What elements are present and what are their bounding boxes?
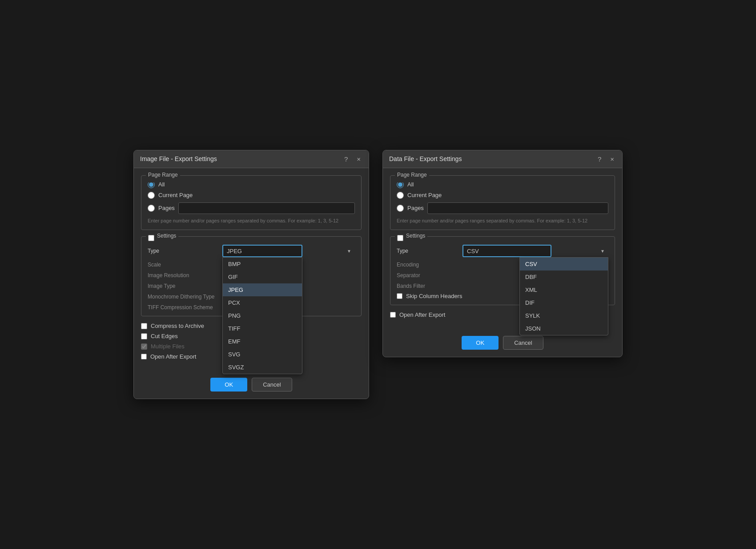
data-page-range-section: Page Range All Current Page Pages [390,175,615,230]
data-current-page-radio-item: Current Page [397,192,608,199]
image-type-option-pcx[interactable]: PCX [223,296,302,309]
image-page-range-header: Page Range [146,172,180,182]
image-settings-header: Settings [146,233,178,243]
data-settings-grid: Type CSV ▼ CSV DBF XML DIF SYLK JSON [397,245,608,289]
image-type-select[interactable]: JPEG [222,245,302,257]
image-compress-archive-checkbox[interactable] [141,323,147,329]
image-type-option-svgz[interactable]: SVGZ [223,361,302,374]
image-settings-section: Settings Type JPEG ▼ BMP GIF JPEG PCX [141,236,362,316]
image-settings-grid: Type JPEG ▼ BMP GIF JPEG PCX PNG TIFF [148,245,355,311]
image-type-select-arrow: ▼ [347,249,351,254]
data-close-button[interactable]: × [608,155,616,163]
image-type-option-svg[interactable]: SVG [223,348,302,361]
image-pages-label: Pages [158,205,175,211]
data-encoding-label: Encoding [397,262,459,268]
data-pages-input[interactable] [427,202,608,214]
image-cut-edges-checkbox[interactable] [141,333,147,339]
image-close-button[interactable]: × [355,155,362,163]
image-multiple-files-label: Multiple Files [151,343,185,350]
data-skip-col-headers-label: Skip Column Headers [406,293,462,299]
image-radio-group: All Current Page Pages [148,181,355,214]
data-dialog-controls: ? × [596,155,616,163]
data-help-button[interactable]: ? [596,155,603,163]
data-pages-hint: Enter page number and/or pages ranges se… [397,218,608,224]
data-export-dialog: Data File - Export Settings ? × Page Ran… [382,150,623,357]
data-radio-group: All Current Page Pages [397,181,608,214]
image-cut-edges-label: Cut Edges [151,333,178,339]
image-multiple-files-checkbox[interactable] [141,343,147,350]
image-dialog-footer: OK Cancel [134,373,369,399]
data-dialog-titlebar: Data File - Export Settings ? × [383,150,622,168]
image-type-option-tiff[interactable]: TIFF [223,322,302,335]
image-settings-label: Settings [157,233,176,239]
image-compress-archive-label: Compress to Archive [151,323,204,329]
data-settings-label: Settings [406,233,425,239]
data-type-select[interactable]: CSV [462,245,551,257]
data-type-option-sylk[interactable]: SYLK [520,309,608,322]
image-type-option-jpeg[interactable]: JPEG [223,283,302,296]
data-settings-checkbox[interactable] [397,235,403,241]
data-type-select-arrow: ▼ [600,249,605,254]
image-type-field-label: Image Type [148,283,219,289]
image-dialog-title: Image File - Export Settings [140,155,217,162]
image-type-option-emf[interactable]: EMF [223,335,302,348]
image-pages-input[interactable] [178,202,355,214]
data-pages-label: Pages [407,205,424,211]
data-pages-radio-item: Pages [397,202,608,214]
data-pages-radio[interactable] [397,205,404,212]
data-page-range-header: Page Range [395,172,429,182]
dialogs-container: Image File - Export Settings ? × Page Ra… [133,150,623,399]
data-type-dropdown-list: CSV DBF XML DIF SYLK JSON [519,257,608,335]
image-scale-label: Scale [148,262,219,268]
data-skip-col-headers-checkbox[interactable] [397,293,402,299]
image-type-dropdown-list: BMP GIF JPEG PCX PNG TIFF EMF SVG SVGZ [222,257,302,374]
data-settings-header: Settings [395,233,427,243]
image-tiff-label: TIFF Compression Scheme [148,304,219,311]
data-bands-filter-label: Bands Filter [397,283,459,289]
data-type-label: Type [397,248,459,254]
image-export-dialog: Image File - Export Settings ? × Page Ra… [133,150,369,399]
data-type-option-csv[interactable]: CSV [520,258,608,270]
image-open-after-label: Open After Export [150,353,196,360]
image-pages-radio-item: Pages [148,202,355,214]
data-current-page-radio[interactable] [397,192,404,199]
data-type-option-xml[interactable]: XML [520,283,608,296]
image-type-label: Type [148,248,219,254]
image-mono-label: Monochrome Dithering Type [148,294,219,300]
image-type-option-gif[interactable]: GIF [223,270,302,283]
data-dialog-title: Data File - Export Settings [389,155,462,162]
image-ok-button[interactable]: OK [210,378,247,392]
image-help-button[interactable]: ? [342,155,350,163]
data-open-after-label: Open After Export [399,311,445,318]
data-type-option-json[interactable]: JSON [520,322,608,335]
image-resolution-label: Image Resolution [148,272,219,279]
image-pages-hint: Enter page number and/or pages ranges se… [148,218,355,224]
image-pages-radio[interactable] [148,205,155,212]
data-type-option-dbf[interactable]: DBF [520,270,608,283]
data-type-option-dif[interactable]: DIF [520,296,608,309]
image-dialog-controls: ? × [342,155,362,163]
image-current-page-radio-item: Current Page [148,192,355,199]
image-page-range-label: Page Range [148,172,178,178]
data-separator-label: Separator [397,272,459,279]
data-current-page-label: Current Page [407,192,442,198]
image-dialog-body: Page Range All Current Page Pages [134,168,369,373]
data-dialog-body: Page Range All Current Page Pages [383,168,622,331]
image-current-page-radio[interactable] [148,192,155,199]
data-ok-button[interactable]: OK [462,336,499,350]
data-page-range-label: Page Range [397,172,427,178]
data-open-after-checkbox[interactable] [390,312,396,318]
image-type-option-png[interactable]: PNG [223,309,302,322]
image-page-range-section: Page Range All Current Page Pages [141,175,362,230]
data-settings-section: Settings Type CSV ▼ CSV DBF XML DIF [390,236,615,305]
image-settings-checkbox[interactable] [148,235,154,241]
image-current-page-label: Current Page [158,192,193,198]
data-type-dropdown-wrapper: CSV ▼ CSV DBF XML DIF SYLK JSON [462,245,608,257]
image-open-after-checkbox[interactable] [141,354,147,359]
image-dialog-titlebar: Image File - Export Settings ? × [134,150,369,168]
data-cancel-button[interactable]: Cancel [503,336,543,350]
image-type-option-bmp[interactable]: BMP [223,258,302,270]
image-cancel-button[interactable]: Cancel [252,378,292,392]
image-type-dropdown-wrapper: JPEG ▼ BMP GIF JPEG PCX PNG TIFF EMF SVG [222,245,355,257]
